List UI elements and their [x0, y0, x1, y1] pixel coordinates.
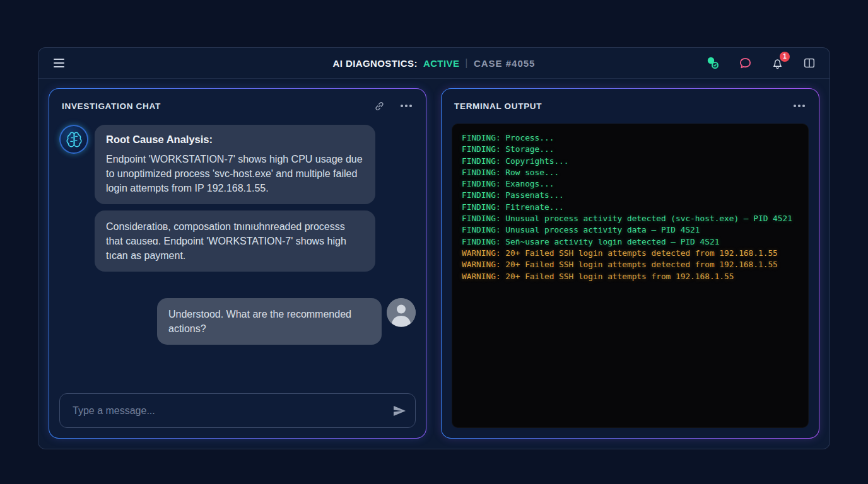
message-title: Root Cause Analysis: [106, 134, 364, 146]
title-prefix: AI DIAGNOSTICS: [333, 58, 418, 69]
presence-circles-icon [705, 55, 720, 71]
chat-panel-header: INVESTIGATION CHAT [49, 89, 426, 120]
terminal-line: FINDING: Row sose... [462, 167, 799, 178]
terminal-lines: FINDING: Process...FINDING: Storage...FI… [462, 132, 799, 282]
notification-badge: 1 [780, 52, 790, 62]
case-number-label: CASE #4055 [474, 58, 536, 69]
menu-icon[interactable] [51, 56, 67, 70]
terminal-line: FINDING: Señ~usare activity login detect… [462, 236, 799, 248]
speech-bubble-glyph [738, 56, 753, 71]
chat-input-row [59, 393, 416, 428]
message-body: Endpoint 'WORKSTATION-7' shows high CPU … [106, 152, 364, 195]
terminal-more-options-icon[interactable] [792, 100, 806, 112]
terminal-line: FINDING: Exanogs... [462, 178, 799, 190]
chain-link-glyph [373, 100, 385, 112]
message-body: Consideratioʙ, composation tnınıʊhnreade… [106, 219, 364, 263]
ai-message-bubble: Consideratioʙ, composation tnınıʊhnreade… [95, 210, 375, 272]
brain-icon [66, 131, 83, 148]
status-active-label: ACTIVE [423, 58, 459, 69]
page-title: AI DIAGNOSTICS: ACTIVE | CASE #4055 [333, 57, 536, 69]
user-message-bubble: Understood. What are the recommended act… [157, 298, 382, 345]
terminal-panel-actions [792, 100, 806, 112]
chat-more-options-icon[interactable] [399, 100, 413, 112]
user-avatar [387, 298, 416, 327]
header: AI DIAGNOSTICS: ACTIVE | CASE #4055 [38, 48, 830, 79]
terminal-line: FINDING: Copyrights... [462, 156, 799, 167]
ellipsis-glyph [794, 105, 805, 107]
header-icon-group: 1 [705, 55, 817, 71]
link-icon[interactable] [373, 100, 385, 112]
terminal-line: WARNING: 20+ Failed SSH login attempts d… [462, 248, 799, 259]
terminal-line: FINDING: Unusual process activity detect… [462, 213, 799, 224]
chat-message-ai: Consideratioʙ, composation tnınıʊhnreade… [59, 210, 416, 272]
presence-status-icon[interactable] [705, 55, 720, 71]
chat-message-user: Understood. What are the recommended act… [59, 298, 416, 345]
terminal-line: FINDING: Fitrenate... [462, 202, 799, 213]
terminal-line: FINDING: Passenats... [462, 190, 799, 201]
chat-panel-actions [373, 100, 413, 112]
terminal-line: FINDING: Process... [462, 132, 799, 144]
ai-avatar [59, 125, 88, 154]
terminal-panel-header: TERMINAL OUTPUT [442, 89, 819, 120]
terminal-output-panel: TERMINAL OUTPUT FINDING: Process...FINDI… [441, 88, 819, 439]
person-silhouette-icon [387, 298, 416, 327]
chat-bubble-icon[interactable] [737, 55, 753, 71]
main-content: INVESTIGATION CHAT [38, 79, 830, 449]
app-window: AI DIAGNOSTICS: ACTIVE | CASE #4055 [38, 47, 830, 449]
paper-plane-icon [392, 403, 407, 418]
terminal-line: FINDING: Storage... [462, 144, 799, 155]
terminal-line: WARNING: 20+ Failed SSH login attempts f… [462, 271, 799, 282]
chat-message-ai: Root Cause Analysis: Endpoint 'WORKSTATI… [59, 125, 416, 204]
terminal-screen: FINDING: Process...FINDING: Storage...FI… [452, 124, 809, 428]
ellipsis-glyph [401, 105, 412, 107]
split-panel-icon[interactable] [802, 55, 817, 71]
terminal-line: FINDING: Unusual process activity data —… [462, 224, 799, 236]
investigation-chat-panel: INVESTIGATION CHAT [49, 88, 426, 439]
chat-message-list: Root Cause Analysis: Endpoint 'WORKSTATI… [49, 120, 426, 383]
columns-glyph [802, 56, 816, 70]
chat-panel-title: INVESTIGATION CHAT [62, 101, 161, 111]
title-separator: | [465, 57, 468, 69]
terminal-panel-title: TERMINAL OUTPUT [454, 101, 542, 111]
bell-icon[interactable]: 1 [770, 55, 785, 71]
send-button[interactable] [392, 403, 407, 418]
ai-message-bubble: Root Cause Analysis: Endpoint 'WORKSTATI… [95, 125, 375, 204]
terminal-line: WARNING: 20+ Failed SSH login attempts d… [462, 259, 799, 270]
message-input[interactable] [59, 393, 416, 428]
message-body: Understood. What are the recommended act… [168, 307, 370, 336]
